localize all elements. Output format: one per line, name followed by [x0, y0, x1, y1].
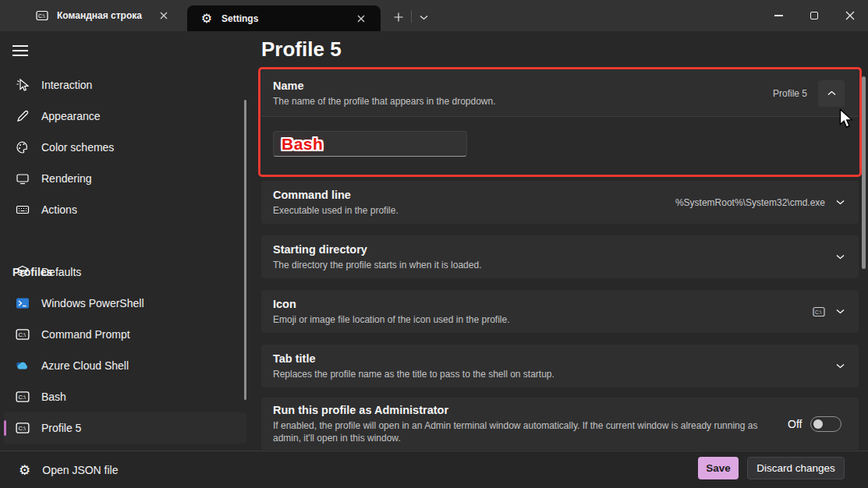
sidebar-item-label: Rendering: [41, 172, 92, 185]
footer-bar: ⚙ Open JSON file Save Discard changes: [0, 451, 868, 488]
page-title: Profile 5: [261, 37, 342, 62]
setting-title: Starting directory: [273, 243, 836, 256]
setting-title: Name: [273, 80, 773, 92]
hamburger-icon: [12, 45, 28, 56]
sidebar-item-windows-powershell[interactable]: Windows PowerShell: [4, 288, 246, 319]
tab-dropdown-button[interactable]: [412, 5, 435, 29]
setting-card-name[interactable]: Name The name of the profile that appear…: [261, 70, 859, 174]
sidebar-item-label: Color schemes: [41, 141, 114, 154]
sidebar-item-profile-5[interactable]: C:\ Profile 5: [4, 412, 246, 444]
expand-button[interactable]: [836, 309, 845, 314]
settings-sidebar: Interaction Appearance Color schemes Ren…: [0, 31, 251, 451]
tab-command-prompt[interactable]: C:\ Командная строка: [23, 0, 183, 31]
setting-card-icon[interactable]: Icon Emoji or image file location of the…: [261, 290, 859, 333]
chevron-down-icon: [836, 363, 845, 369]
new-tab-button[interactable]: [387, 5, 410, 29]
monitor-icon: [16, 172, 30, 186]
hamburger-menu-button[interactable]: [11, 42, 30, 59]
gear-icon: ⚙: [19, 464, 30, 477]
setting-subtitle: Executable used in the profile.: [273, 204, 675, 217]
tab-label: Командная строка: [57, 10, 154, 21]
title-bar: C:\ Командная строка ⚙ Settings: [0, 0, 868, 31]
setting-card-starting-directory[interactable]: Starting directory The directory the pro…: [261, 235, 859, 278]
setting-title: Command line: [273, 189, 675, 201]
chevron-down-icon: [836, 254, 845, 260]
sidebar-item-interaction[interactable]: Interaction: [4, 69, 246, 101]
maximize-icon: [810, 12, 818, 19]
discard-changes-button[interactable]: Discard changes: [747, 457, 845, 479]
expand-button[interactable]: [836, 200, 845, 205]
svg-text:C:\: C:\: [18, 331, 26, 338]
svg-text:C:\: C:\: [18, 394, 26, 401]
admin-toggle-switch[interactable]: [810, 416, 841, 432]
toggle-state-label: Off: [788, 418, 802, 430]
sidebar-item-label: Command Prompt: [41, 328, 130, 341]
sidebar-item-azure-cloud-shell[interactable]: Azure Cloud Shell: [4, 350, 246, 381]
setting-subtitle: Emoji or image file location of the icon…: [273, 313, 813, 326]
sidebar-item-label: Actions: [41, 203, 77, 216]
sidebar-item-actions[interactable]: Actions: [4, 194, 246, 225]
name-expander-body: Bash: [261, 116, 859, 174]
sidebar-item-label: Windows PowerShell: [41, 297, 144, 309]
collapse-button[interactable]: [818, 80, 845, 107]
gear-icon: ⚙: [200, 12, 213, 25]
chevron-up-icon: [827, 90, 836, 96]
setting-value: %SystemRoot%\System32\cmd.exe: [675, 197, 825, 208]
setting-card-tab-title[interactable]: Tab title Replaces the profile name as t…: [261, 345, 859, 387]
sidebar-item-defaults[interactable]: Defaults: [4, 256, 246, 288]
minimize-button[interactable]: [760, 0, 796, 31]
close-window-button[interactable]: [832, 0, 868, 31]
expand-button[interactable]: [836, 254, 845, 260]
sidebar-item-label: Defaults: [41, 266, 81, 278]
pointer-icon: [16, 78, 30, 92]
setting-card-run-as-administrator[interactable]: Run this profile as Administrator If ena…: [261, 398, 859, 450]
brush-icon: [16, 109, 30, 123]
minimize-icon: [774, 15, 783, 16]
keyboard-icon: [16, 203, 30, 217]
svg-text:C:\: C:\: [18, 425, 26, 432]
chevron-down-icon: [836, 309, 845, 314]
setting-title: Icon: [273, 298, 813, 310]
setting-title: Run this profile as Administrator: [273, 404, 788, 416]
save-button[interactable]: Save: [698, 457, 739, 479]
sidebar-item-color-schemes[interactable]: Color schemes: [4, 132, 246, 163]
sidebar-item-appearance[interactable]: Appearance: [4, 101, 246, 132]
powershell-icon: [16, 296, 30, 310]
terminal-icon: C:\: [16, 390, 30, 404]
close-tab-icon[interactable]: [351, 9, 371, 29]
terminal-icon: C:\: [813, 306, 825, 318]
sidebar-item-label: Azure Cloud Shell: [41, 359, 129, 372]
setting-subtitle: Replaces the profile name as the title t…: [273, 368, 836, 380]
sidebar-item-label: Bash: [41, 391, 66, 403]
svg-text:C:\: C:\: [815, 309, 822, 315]
selected-accent-bar: [4, 420, 6, 436]
svg-text:C:\: C:\: [38, 13, 45, 19]
setting-subtitle: The name of the profile that appears in …: [273, 95, 773, 108]
open-json-label: Open JSON file: [42, 464, 118, 476]
mouse-cursor: [839, 108, 854, 129]
setting-title: Tab title: [273, 352, 836, 365]
terminal-icon: C:\: [16, 421, 30, 435]
content-scrollbar[interactable]: [862, 76, 866, 269]
windows-terminal-settings-window: C:\ Командная строка ⚙ Settings: [0, 0, 868, 488]
cloud-icon: [16, 359, 30, 373]
layers-icon: [16, 265, 30, 279]
palette-icon: [16, 140, 30, 154]
sidebar-item-bash[interactable]: C:\ Bash: [4, 381, 246, 412]
close-tab-icon[interactable]: [154, 5, 174, 26]
tab-label: Settings: [221, 13, 351, 24]
terminal-icon: C:\: [16, 327, 30, 341]
sidebar-scrollbar[interactable]: [244, 100, 246, 400]
setting-card-command-line[interactable]: Command line Executable used in the prof…: [261, 181, 859, 224]
maximize-button[interactable]: [796, 0, 832, 31]
sidebar-item-rendering[interactable]: Rendering: [4, 163, 246, 194]
terminal-icon: C:\: [36, 9, 48, 22]
annotated-input-text: Bash: [282, 135, 323, 154]
open-json-file-button[interactable]: ⚙ Open JSON file: [12, 457, 125, 483]
sidebar-item-label: Interaction: [41, 79, 92, 91]
expand-button[interactable]: [836, 363, 845, 369]
sidebar-item-label: Profile 5: [41, 422, 81, 434]
sidebar-item-command-prompt[interactable]: C:\ Command Prompt: [4, 319, 246, 350]
tab-settings[interactable]: ⚙ Settings: [187, 5, 381, 31]
profile-name-input[interactable]: Bash: [273, 131, 467, 157]
